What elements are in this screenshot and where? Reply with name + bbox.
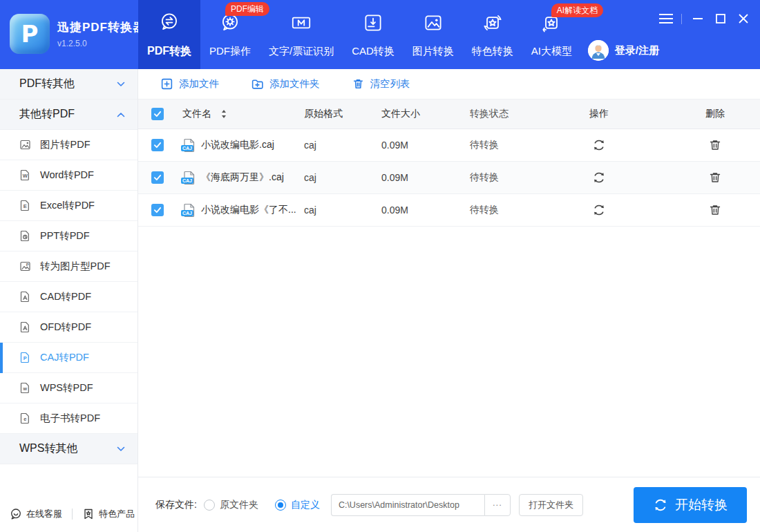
controls-divider (681, 14, 682, 24)
featured-products-button[interactable]: 特色产品 (82, 508, 135, 520)
sidebar-item-label: 电子书转PDF (40, 412, 100, 425)
format-cell: caj (298, 172, 368, 183)
check-icon (153, 207, 162, 213)
sidebar-item-label: OFD转PDF (40, 321, 91, 334)
convert-row-button[interactable] (589, 135, 609, 155)
select-all-checkbox[interactable] (151, 108, 164, 120)
file-name-cell: CAJ 小说改编电影.caj (177, 138, 298, 153)
sort-icon[interactable] (221, 110, 227, 118)
logo-letter: P (21, 20, 39, 48)
svg-text:P: P (23, 355, 27, 361)
radio-custom-folder[interactable]: 自定义 (275, 499, 320, 511)
pdf-edit-badge: PDF编辑 (225, 2, 269, 16)
trash-icon (708, 203, 722, 217)
sidebar-section-wps-to-other[interactable]: WPS转其他 (0, 434, 137, 464)
convert-circle-icon (158, 10, 181, 37)
delete-row-button[interactable] (705, 200, 725, 220)
status-cell: 待转换 (450, 171, 528, 184)
status-cell: 待转换 (450, 139, 528, 151)
refresh-icon (653, 497, 668, 513)
sidebar-item-cad-to-pdf[interactable]: CAD转PDF (0, 282, 137, 312)
open-folder-button[interactable]: 打开文件夹 (519, 494, 583, 516)
column-header-size: 文件大小 (368, 108, 450, 120)
delete-row-button[interactable] (705, 168, 725, 187)
check-icon (153, 111, 162, 117)
tab-special-convert[interactable]: 特色转换 (463, 0, 522, 69)
output-path-input[interactable] (331, 494, 484, 516)
close-button[interactable] (732, 10, 754, 28)
table-row[interactable]: CAJ 小说改编电影.caj caj 0.09M 待转换 (138, 129, 760, 162)
tab-ai-model[interactable]: AI解读文档 AI大模型 (522, 0, 581, 69)
caj-file-icon: CAJ (182, 203, 196, 218)
tab-image-convert[interactable]: 图片转换 (403, 0, 463, 69)
radio-original-folder[interactable]: 原文件夹 (204, 499, 258, 511)
sidebar-item-label: 图片转PDF (40, 138, 91, 151)
sidebar-item-wps-to-pdf[interactable]: w WPS转PDF (0, 373, 137, 403)
minimize-button[interactable] (686, 10, 709, 28)
radio-label: 原文件夹 (220, 499, 258, 511)
refresh-icon (592, 203, 606, 217)
delete-row-button[interactable] (705, 135, 725, 155)
chat-smiley-icon (10, 508, 22, 520)
app-version: v1.2.5.0 (57, 39, 145, 48)
sidebar-section-pdf-to-other[interactable]: PDF转其他 (0, 69, 137, 99)
table-row[interactable]: CAJ 《海底两万里》.caj caj 0.09M 待转换 (138, 162, 760, 194)
sidebar-item-ppt-to-pdf[interactable]: PPT转PDF (0, 221, 137, 251)
caj-badge: CAJ (181, 145, 193, 151)
table-header: 文件名 原始格式 文件大小 转换状态 操作 删除 (138, 99, 760, 129)
file-name: 《海底两万里》.caj (201, 171, 284, 184)
svg-text:E: E (23, 203, 27, 209)
browse-button[interactable]: ... (484, 494, 511, 516)
size-cell: 0.09M (368, 205, 450, 216)
tab-cad-convert[interactable]: CAD转换 (343, 0, 403, 69)
convert-row-button[interactable] (589, 168, 609, 187)
row-checkbox[interactable] (151, 139, 164, 151)
start-convert-button[interactable]: 开始转换 (634, 487, 747, 523)
sidebar-item-ebook-to-pdf[interactable]: e 电子书转PDF (0, 403, 137, 434)
footer-label: 特色产品 (99, 508, 135, 520)
sidebar-item-ofd-to-pdf[interactable]: OFD转PDF (0, 312, 137, 343)
row-checkbox[interactable] (151, 204, 164, 216)
tab-ocr[interactable]: 文字/票证识别 (260, 0, 343, 69)
column-header-name[interactable]: 文件名 (177, 108, 298, 120)
file-name-cell: CAJ 小说改编电影《了不... (177, 203, 298, 218)
sidebar-item-image-to-pdf[interactable]: 图片转PDF (0, 130, 137, 160)
add-folder-button[interactable]: 添加文件夹 (251, 77, 320, 91)
size-cell: 0.09M (368, 172, 450, 183)
online-service-button[interactable]: 在线客服 (10, 508, 62, 520)
cad-icon (361, 11, 385, 37)
add-file-button[interactable]: 添加文件 (160, 77, 219, 91)
maximize-button[interactable] (709, 10, 732, 28)
add-folder-icon (251, 77, 264, 91)
app-logo: P 迅捷PDF转换器 v1.2.5.0 (10, 14, 145, 54)
refresh-icon (592, 171, 606, 184)
login-button[interactable]: 登录/注册 (588, 40, 659, 61)
sidebar-item-word-to-pdf[interactable]: W Word转PDF (0, 160, 137, 191)
menu-button[interactable] (654, 10, 677, 28)
row-checkbox[interactable] (151, 171, 164, 184)
ai-doc-badge: AI解读文档 (551, 3, 603, 17)
main-panel: 添加文件 添加文件夹 清空列表 文件名 原始格式 (138, 69, 760, 532)
radio-circle[interactable] (204, 500, 215, 511)
radio-circle[interactable] (275, 500, 286, 511)
column-header-status: 转换状态 (450, 108, 528, 120)
tab-pdf-operate[interactable]: PDF编辑 PDF操作 (200, 0, 260, 69)
radio-label: 自定义 (291, 499, 320, 511)
sidebar-item-excel-to-pdf[interactable]: E Excel转PDF (0, 191, 137, 221)
sidebar-item-caj-to-pdf[interactable]: P CAJ转PDF (0, 343, 137, 373)
tab-label: 图片转换 (412, 45, 454, 58)
sidebar-section-other-to-pdf[interactable]: 其他转PDF (0, 99, 137, 130)
sidebar-item-label: Excel转PDF (40, 199, 95, 212)
minimize-icon (693, 18, 703, 19)
sidebar-item-to-image-pdf[interactable]: P 转为图片型PDF (0, 251, 137, 282)
column-header-delete: 删除 (670, 108, 760, 120)
tab-pdf-convert[interactable]: PDF转换 (138, 0, 200, 69)
app-title: 迅捷PDF转换器 (57, 19, 145, 35)
tab-label: PDF转换 (147, 44, 191, 59)
trash-icon (352, 77, 365, 91)
table-row[interactable]: CAJ 小说改编电影《了不... caj 0.09M 待转换 (138, 194, 760, 227)
clear-list-label: 清空列表 (370, 77, 410, 91)
clear-list-button[interactable]: 清空列表 (352, 77, 410, 91)
convert-row-button[interactable] (589, 200, 609, 220)
file-name: 小说改编电影《了不... (201, 204, 296, 216)
